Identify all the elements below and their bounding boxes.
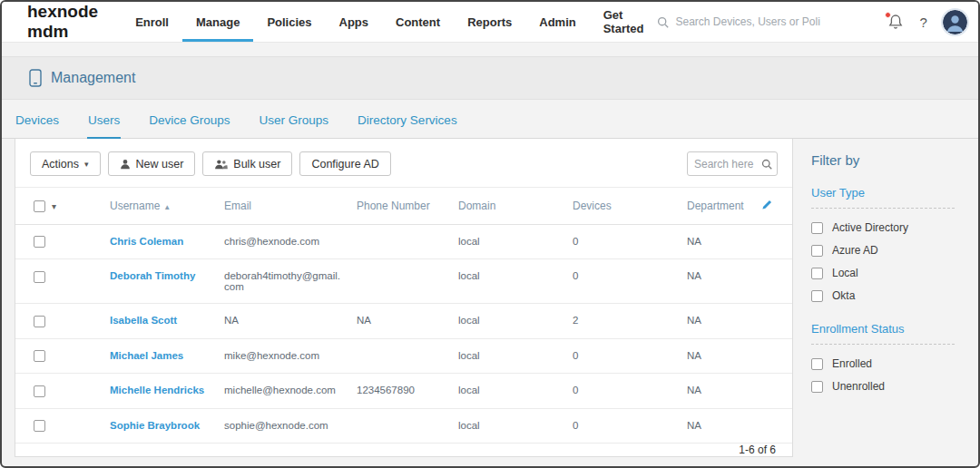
row-checkbox[interactable] bbox=[34, 316, 45, 327]
tab-users[interactable]: Users bbox=[87, 102, 121, 139]
bulk-user-button[interactable]: Bulk user bbox=[202, 151, 292, 176]
phone-cell bbox=[349, 259, 451, 304]
devices-cell: 2 bbox=[565, 304, 680, 338]
edit-columns-icon[interactable] bbox=[761, 199, 773, 210]
new-user-button[interactable]: New user bbox=[108, 151, 196, 176]
column-header-username[interactable]: Username▲ bbox=[103, 188, 217, 225]
domain-cell: local bbox=[451, 225, 565, 259]
devices-cell: 0 bbox=[565, 225, 680, 259]
nav-content[interactable]: Content bbox=[382, 2, 454, 42]
username-link[interactable]: Chris Coleman bbox=[110, 236, 183, 247]
users-panel: Actions ▾ New user Bulk user Configu bbox=[15, 139, 793, 457]
okta-checkbox[interactable] bbox=[811, 290, 823, 302]
tabs-bar: Devices Users Device Groups User Groups … bbox=[2, 100, 978, 139]
enrolled-checkbox[interactable] bbox=[811, 358, 823, 370]
department-cell: NA bbox=[680, 338, 754, 373]
caret-down-icon: ▾ bbox=[84, 160, 89, 169]
search-icon bbox=[657, 16, 669, 28]
main-nav: Enroll Manage Policies Apps Content Repo… bbox=[122, 2, 657, 42]
tab-user-groups[interactable]: User Groups bbox=[259, 102, 330, 139]
row-checkbox[interactable] bbox=[34, 271, 45, 283]
domain-cell: local bbox=[451, 338, 565, 373]
table-search-input[interactable] bbox=[694, 158, 758, 171]
row-checkbox[interactable] bbox=[34, 350, 45, 362]
select-dropdown-icon[interactable]: ▾ bbox=[52, 201, 56, 211]
username-link[interactable]: Michelle Hendricks bbox=[110, 385, 204, 395]
nav-admin[interactable]: Admin bbox=[525, 2, 589, 42]
devices-cell: 0 bbox=[565, 338, 680, 373]
filter-option-azure-ad[interactable]: Azure AD bbox=[811, 244, 955, 257]
nav-policies[interactable]: Policies bbox=[253, 2, 325, 42]
users-table: ▾ Username▲ Email Phone Number Domain De… bbox=[15, 187, 792, 444]
help-icon[interactable]: ? bbox=[919, 15, 926, 30]
username-link[interactable]: Deborah Timothy bbox=[110, 270, 195, 281]
filter-title: Filter by bbox=[811, 152, 955, 168]
nav-reports[interactable]: Reports bbox=[454, 2, 525, 42]
column-header-domain[interactable]: Domain bbox=[451, 188, 565, 225]
device-icon bbox=[29, 69, 42, 87]
devices-cell: 0 bbox=[565, 408, 680, 443]
actions-button-label: Actions bbox=[42, 158, 79, 171]
topbar-right: ? bbox=[657, 2, 966, 42]
tab-device-groups[interactable]: Device Groups bbox=[148, 102, 230, 139]
department-cell: NA bbox=[680, 408, 754, 443]
configure-ad-button-label: Configure AD bbox=[311, 158, 378, 171]
phone-cell: NA bbox=[349, 304, 451, 338]
configure-ad-button[interactable]: Configure AD bbox=[299, 151, 390, 176]
notification-bell-icon[interactable] bbox=[887, 14, 904, 30]
azure-ad-checkbox[interactable] bbox=[811, 245, 823, 257]
unenrolled-checkbox[interactable] bbox=[811, 381, 823, 393]
hexnode-logo[interactable]: hexnode mdm bbox=[27, 2, 98, 42]
row-checkbox[interactable] bbox=[34, 385, 45, 397]
domain-cell: local bbox=[451, 374, 565, 408]
global-search bbox=[657, 15, 825, 28]
department-cell: NA bbox=[680, 225, 754, 259]
phone-cell bbox=[349, 338, 451, 373]
phone-cell bbox=[349, 225, 451, 259]
pagination-status: 1-6 of 6 bbox=[15, 444, 792, 468]
devices-cell: 0 bbox=[565, 259, 680, 304]
filter-option-local[interactable]: Local bbox=[811, 267, 955, 279]
department-cell: NA bbox=[680, 304, 754, 338]
username-link[interactable]: Michael James bbox=[110, 350, 183, 361]
local-checkbox[interactable] bbox=[811, 268, 823, 279]
column-header-email[interactable]: Email bbox=[217, 188, 349, 225]
row-checkbox[interactable] bbox=[34, 236, 45, 248]
active-directory-checkbox[interactable] bbox=[811, 222, 823, 234]
table-row: Deborah Timothy deborah4timothy@gmail.co… bbox=[15, 259, 792, 304]
actions-button[interactable]: Actions ▾ bbox=[30, 151, 101, 176]
table-row: Chris Coleman chris@hexnode.com local 0 … bbox=[15, 225, 792, 259]
filter-heading-user-type: User Type bbox=[811, 186, 955, 200]
filter-option-active-directory[interactable]: Active Directory bbox=[811, 221, 955, 234]
tab-devices[interactable]: Devices bbox=[15, 102, 60, 139]
sort-asc-icon: ▲ bbox=[163, 203, 171, 211]
row-checkbox[interactable] bbox=[34, 420, 45, 432]
email-cell: deborah4timothy@gmail.com bbox=[217, 259, 349, 304]
column-header-devices[interactable]: Devices bbox=[565, 188, 680, 225]
bulk-user-button-label: Bulk user bbox=[233, 158, 280, 171]
filter-option-okta[interactable]: Okta bbox=[811, 289, 955, 302]
column-header-username-label: Username bbox=[110, 200, 160, 212]
username-link[interactable]: Isabella Scott bbox=[110, 315, 177, 326]
nav-apps[interactable]: Apps bbox=[326, 2, 383, 42]
email-cell: michelle@hexnode.com bbox=[217, 374, 349, 408]
avatar[interactable] bbox=[943, 10, 967, 34]
table-row: Michael James mike@hexnode.com local 0 N… bbox=[15, 338, 792, 373]
email-cell: NA bbox=[217, 304, 349, 338]
filter-heading-enrollment-status: Enrollment Status bbox=[811, 322, 955, 336]
tab-directory-services[interactable]: Directory Services bbox=[357, 102, 458, 139]
search-icon bbox=[761, 159, 772, 170]
global-search-input[interactable] bbox=[675, 15, 820, 28]
select-all-checkbox[interactable] bbox=[34, 200, 45, 212]
filter-option-enrolled[interactable]: Enrolled bbox=[811, 357, 955, 370]
nav-enroll[interactable]: Enroll bbox=[122, 2, 182, 42]
column-header-department[interactable]: Department bbox=[680, 188, 754, 225]
nav-get-started[interactable]: Get Started bbox=[590, 2, 658, 42]
filter-option-unenrolled[interactable]: Unenrolled bbox=[811, 380, 955, 393]
department-cell: NA bbox=[680, 374, 754, 408]
nav-manage[interactable]: Manage bbox=[182, 2, 253, 42]
domain-cell: local bbox=[451, 259, 565, 304]
username-link[interactable]: Sophie Braybrook bbox=[110, 420, 200, 431]
domain-cell: local bbox=[451, 408, 565, 443]
column-header-phone[interactable]: Phone Number bbox=[349, 188, 451, 225]
